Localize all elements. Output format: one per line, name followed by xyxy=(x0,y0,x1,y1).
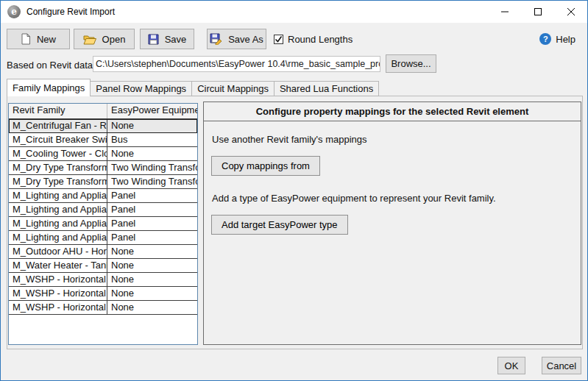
equipment-type-cell: None xyxy=(107,245,197,258)
round-lengths-label: Round Lengths xyxy=(288,34,353,45)
tab-shared-lua-functions[interactable]: Shared Lua Functions xyxy=(274,81,379,96)
close-icon xyxy=(567,7,575,16)
revit-family-cell: M_Circuit Breaker Swit xyxy=(9,133,107,146)
table-row[interactable]: M_Lighting and AppliaPanel xyxy=(9,217,197,231)
equipment-type-cell: Panel xyxy=(107,231,197,244)
equipment-type-cell: None xyxy=(107,273,197,286)
table-row[interactable]: M_Cooling Tower - CloNone xyxy=(9,147,197,161)
maximize-icon xyxy=(534,7,542,16)
table-row[interactable]: M_Dry Type TransformTwo Winding Transfor… xyxy=(9,161,197,175)
tab-family-mappings[interactable]: Family Mappings xyxy=(7,79,91,96)
window-title: Configure Revit Import xyxy=(26,7,115,17)
table-row[interactable]: M_WSHP - HorizontalNone xyxy=(9,287,197,301)
open-folder-icon xyxy=(83,34,96,45)
new-file-icon xyxy=(21,33,31,45)
equipment-type-cell: Two Winding Transform xyxy=(107,161,197,174)
revit-family-cell: M_Lighting and Applia xyxy=(9,189,107,202)
based-on-revit-data-label: Based on Revit data: xyxy=(7,60,96,71)
revit-family-cell: M_WSHP - Horizontal xyxy=(9,287,107,300)
maximize-button[interactable] xyxy=(521,1,554,23)
checkmark-icon xyxy=(274,35,283,43)
save-button[interactable]: Save xyxy=(140,29,194,49)
revit-family-cell: M_Dry Type Transform xyxy=(9,161,107,174)
minimize-button[interactable] xyxy=(488,1,521,23)
table-row[interactable]: M_Dry Type TransformTwo Winding Transfor… xyxy=(9,175,197,189)
revit-family-cell: M_Outdoor AHU - Hor xyxy=(9,245,107,258)
save-as-icon xyxy=(210,33,222,45)
minimize-icon xyxy=(500,7,509,16)
configure-revit-import-dialog: e Configure Revit Import New Open xyxy=(0,0,588,381)
revit-family-cell: M_Lighting and Applia xyxy=(9,231,107,244)
equipment-type-cell: Panel xyxy=(107,203,197,216)
tab-circuit-mappings[interactable]: Circuit Mappings xyxy=(191,81,274,96)
ok-button[interactable]: OK xyxy=(497,357,525,374)
table-row[interactable]: M_Lighting and AppliaPanel xyxy=(9,231,197,245)
revit-family-column-header[interactable]: Revit Family xyxy=(9,104,107,118)
tab-strip: Family MappingsPanel Row MappingsCircuit… xyxy=(7,79,379,96)
equipment-type-cell: None xyxy=(107,301,197,314)
revit-family-cell: M_Centrifugal Fan - R xyxy=(9,119,107,132)
revit-family-cell: M_Dry Type Transform xyxy=(9,175,107,188)
save-floppy-icon xyxy=(148,34,159,45)
save-as-button-label: Save As xyxy=(228,34,263,45)
open-button-label: Open xyxy=(102,34,126,45)
revit-family-cell: M_Lighting and Applia xyxy=(9,217,107,230)
revit-data-path-field[interactable]: C:\Users\stephen\Documents\EasyPower 10.… xyxy=(93,56,380,72)
round-lengths-group: Round Lengths xyxy=(274,29,353,49)
use-mappings-text: Use another Revit family's mappings xyxy=(212,134,573,145)
revit-family-cell: M_Lighting and Applia xyxy=(9,203,107,216)
config-panel: Configure property mappings for the sele… xyxy=(203,102,581,345)
equipment-type-cell: None xyxy=(107,147,197,160)
easypower-app-icon: e xyxy=(7,5,21,18)
help-icon: ? xyxy=(539,33,551,45)
equipment-type-cell: Two Winding Transform xyxy=(107,175,197,188)
table-row[interactable]: M_Outdoor AHU - HorNone xyxy=(9,245,197,259)
equipment-type-cell: Panel xyxy=(107,189,197,202)
table-row[interactable]: M_Lighting and AppliaPanel xyxy=(9,189,197,203)
help-label: Help xyxy=(556,34,575,45)
table-row[interactable]: M_Water Heater - TankNone xyxy=(9,259,197,273)
table-header-row: Revit Family EasyPower Equipment Type xyxy=(9,104,197,118)
add-type-text: Add a type of EasyPower equipment to rep… xyxy=(212,193,573,204)
table-row[interactable]: M_Lighting and AppliaPanel xyxy=(9,203,197,217)
new-button[interactable]: New xyxy=(7,29,70,49)
config-panel-header: Configure property mappings for the sele… xyxy=(204,102,581,121)
equipment-type-cell: None xyxy=(107,287,197,300)
equipment-type-cell: None xyxy=(107,259,197,272)
help-button[interactable]: ? Help xyxy=(539,29,575,49)
round-lengths-checkbox[interactable] xyxy=(274,35,283,44)
table-body: M_Centrifugal Fan - RNoneM_Circuit Break… xyxy=(9,118,197,315)
browse-button[interactable]: Browse... xyxy=(386,54,436,73)
cancel-button[interactable]: Cancel xyxy=(542,357,581,374)
easypower-equipment-column-header[interactable]: EasyPower Equipment Type xyxy=(107,104,197,118)
new-button-label: New xyxy=(37,34,56,45)
family-mapping-table: Revit Family EasyPower Equipment Type M_… xyxy=(8,103,198,345)
revit-family-cell: M_Water Heater - Tank xyxy=(9,259,107,272)
title-bar: e Configure Revit Import xyxy=(1,1,587,23)
add-target-easypower-type-button[interactable]: Add target EasyPower type xyxy=(211,215,348,235)
equipment-type-cell: Panel xyxy=(107,217,197,230)
table-row[interactable]: M_Centrifugal Fan - RNone xyxy=(9,119,197,133)
revit-family-cell: M_Cooling Tower - Clo xyxy=(9,147,107,160)
save-as-button[interactable]: Save As xyxy=(207,29,266,49)
table-row[interactable]: M_Circuit Breaker SwitBus xyxy=(9,133,197,147)
revit-family-cell: M_WSHP - Horizontal xyxy=(9,273,107,286)
copy-mappings-from-button[interactable]: Copy mappings from xyxy=(211,156,320,176)
table-row[interactable]: M_WSHP - HorizontalNone xyxy=(9,273,197,287)
table-row[interactable]: M_WSHP - HorizontalNone xyxy=(9,301,197,315)
equipment-type-cell: None xyxy=(107,119,197,132)
revit-family-cell: M_WSHP - Horizontal xyxy=(9,301,107,314)
open-button[interactable]: Open xyxy=(74,29,135,49)
close-button[interactable] xyxy=(554,1,587,23)
equipment-type-cell: Bus xyxy=(107,133,197,146)
save-button-label: Save xyxy=(165,34,187,45)
tab-panel-row-mappings[interactable]: Panel Row Mappings xyxy=(90,81,192,96)
